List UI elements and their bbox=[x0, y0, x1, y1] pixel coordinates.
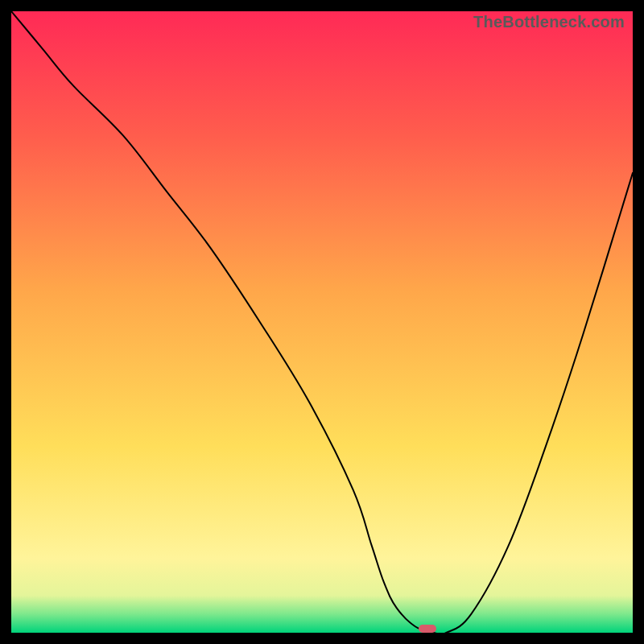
watermark-text: TheBottleneck.com bbox=[473, 13, 625, 31]
minimum-marker bbox=[419, 625, 436, 633]
bottleneck-curve bbox=[11, 11, 633, 633]
plot-area: TheBottleneck.com bbox=[11, 11, 633, 633]
chart-frame: TheBottleneck.com bbox=[0, 0, 644, 644]
